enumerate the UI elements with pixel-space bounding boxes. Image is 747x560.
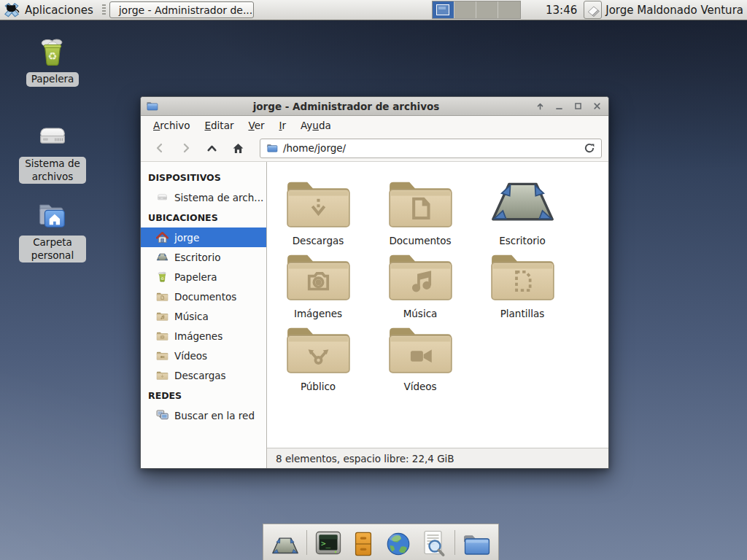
file-item-musica[interactable]: Música: [369, 246, 471, 319]
menu-ir[interactable]: Ir: [272, 117, 294, 133]
show-desktop-button[interactable]: [271, 527, 300, 558]
workspace-2[interactable]: [454, 1, 476, 18]
file-view[interactable]: Descargas Documentos Escritorio Imá: [267, 162, 608, 448]
taskbar-window-button[interactable]: jorge - Administrador de...: [109, 1, 254, 18]
file-item-escritorio[interactable]: Escritorio: [471, 174, 573, 246]
globe-icon: [384, 530, 412, 558]
reload-button[interactable]: [584, 142, 595, 154]
desktop: Aplicaciones jorge - Administrador de...…: [0, 0, 747, 560]
web-browser-launcher[interactable]: [384, 527, 413, 558]
minimize-icon: [554, 101, 565, 112]
workspace-window-thumb: [436, 4, 449, 15]
applications-menu-button[interactable]: Aplicaciones: [0, 0, 101, 20]
path-bar[interactable]: /home/jorge/: [260, 139, 602, 158]
file-item-imagenes[interactable]: Imágenes: [267, 246, 369, 319]
folder-documents-icon: [156, 291, 169, 302]
desktop-icon: [156, 252, 169, 262]
workspace-1[interactable]: [433, 1, 454, 18]
file-item-videos[interactable]: Vídeos: [369, 319, 471, 392]
desktop-icon-filesystem[interactable]: Sistema de archivos: [18, 120, 88, 184]
file-manager-launcher[interactable]: [462, 527, 491, 558]
workspace-3[interactable]: [476, 1, 498, 18]
terminal-icon: [314, 529, 343, 558]
maximize-button[interactable]: [572, 100, 584, 112]
sidebar-item-jorge[interactable]: jorge: [141, 228, 266, 247]
menu-archivo[interactable]: Archivo: [146, 117, 197, 133]
session-action-button[interactable]: [584, 1, 602, 19]
forward-icon: [180, 142, 192, 154]
folder-templates-icon: [488, 246, 557, 303]
close-icon: [592, 101, 603, 112]
filesystem-drive-icon: [36, 120, 69, 153]
window-title: jorge - Administrador de archivos: [163, 101, 530, 112]
up-icon: [206, 142, 218, 155]
dock-separator: [306, 530, 307, 555]
file-item-plantillas[interactable]: Plantillas: [471, 246, 573, 319]
desktop-icon-label: Sistema de archivos: [19, 157, 86, 184]
path-value: /home/jorge/: [283, 142, 346, 154]
desktop-icon-label: Papelera: [26, 72, 80, 87]
sidebar-item-papelera[interactable]: Papelera: [141, 267, 266, 287]
statusbar: 8 elementos, espacio libre: 22,4 GiB: [267, 448, 608, 468]
menu-ver[interactable]: Ver: [241, 117, 271, 133]
file-cabinet-launcher[interactable]: [349, 527, 378, 558]
minimize-button[interactable]: [553, 100, 565, 112]
bottom-dock: [263, 524, 499, 560]
home-button[interactable]: [226, 138, 250, 158]
toolbar: /home/jorge/: [141, 135, 608, 162]
back-button[interactable]: [147, 138, 171, 158]
xfce-logo-icon: [4, 2, 20, 18]
sidebar-header-network: REDES: [141, 385, 266, 405]
applications-label: Aplicaciones: [25, 4, 93, 17]
file-manager-window: jorge - Administrador de archivos Archiv…: [140, 96, 609, 469]
maximize-icon: [573, 101, 584, 112]
file-item-descargas[interactable]: Descargas: [267, 174, 369, 246]
desktop-icon: [488, 174, 557, 230]
file-item-publico[interactable]: Público: [267, 319, 369, 392]
sidebar-item-descargas[interactable]: Descargas: [141, 365, 266, 385]
sidebar-header-devices: DISPOSITIVOS: [141, 167, 266, 187]
folder-downloads-icon: [284, 174, 353, 230]
folder-music-icon: [156, 311, 169, 322]
sidebar-item-buscar-red[interactable]: Buscar en la red: [141, 405, 266, 425]
folder-videos-icon: [386, 319, 455, 376]
home-icon: [156, 231, 169, 244]
folder-videos-icon: [156, 350, 169, 361]
session-eraser-icon: [587, 4, 600, 17]
titlebar[interactable]: jorge - Administrador de archivos: [141, 97, 608, 116]
menu-ayuda[interactable]: Ayuda: [293, 117, 338, 133]
trash-icon: [36, 35, 69, 69]
file-item-documentos[interactable]: Documentos: [369, 174, 471, 246]
workspace-4[interactable]: [498, 1, 520, 18]
dock-separator: [454, 530, 455, 555]
sidebar-item-documentos[interactable]: Documentos: [141, 287, 266, 306]
reload-icon: [584, 142, 595, 154]
shade-button[interactable]: [534, 100, 546, 112]
desktop-icon-trash[interactable]: Papelera: [18, 35, 88, 87]
shade-icon: [535, 101, 546, 112]
forward-button[interactable]: [174, 138, 198, 158]
sidebar-item-imagenes[interactable]: Imágenes: [141, 326, 266, 346]
up-button[interactable]: [200, 138, 224, 158]
sidebar-item-escritorio[interactable]: Escritorio: [141, 247, 266, 267]
folder-icon: [266, 143, 278, 153]
close-button[interactable]: [591, 100, 603, 112]
home-folder-icon: [36, 198, 69, 232]
sidebar-item-videos[interactable]: Vídeos: [141, 346, 266, 365]
folder-pictures-icon: [156, 330, 169, 341]
trash-icon: [156, 271, 169, 283]
file-cabinet-icon: [349, 530, 377, 558]
application-finder-launcher[interactable]: [419, 527, 448, 558]
network-icon: [156, 409, 169, 421]
blue-folder-icon: [462, 532, 491, 558]
sidebar-item-musica[interactable]: Música: [141, 306, 266, 326]
back-icon: [154, 142, 166, 154]
status-text: 8 elementos, espacio libre: 22,4 GiB: [276, 453, 454, 464]
menubar: Archivo Editar Ver Ir Ayuda: [141, 116, 608, 135]
folder-downloads-icon: [156, 370, 169, 381]
terminal-launcher[interactable]: [314, 527, 343, 558]
sidebar-item-filesystem[interactable]: Sistema de arch...: [141, 187, 266, 207]
folder-documents-icon: [386, 174, 455, 230]
desktop-icon-home[interactable]: Carpeta personal: [18, 198, 88, 262]
menu-editar[interactable]: Editar: [197, 117, 241, 133]
